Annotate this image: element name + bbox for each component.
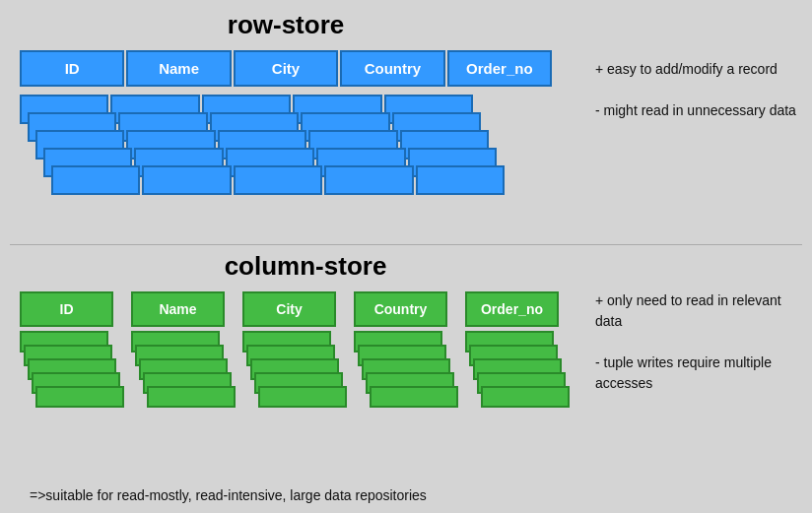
col-header-country: Country bbox=[354, 291, 447, 327]
col-store-pro: + only need to read in relevant data bbox=[595, 290, 802, 332]
col-stacked-country bbox=[354, 331, 447, 410]
row-header-city: City bbox=[234, 50, 338, 87]
col-group-orderno: Order_no bbox=[465, 291, 559, 410]
row-store-con: - might read in unnecessary data bbox=[595, 100, 802, 121]
col-stacked-city bbox=[242, 331, 336, 410]
col-group-city: City bbox=[242, 291, 336, 410]
section-divider bbox=[10, 244, 802, 245]
col-header-name: Name bbox=[131, 291, 225, 327]
col-group-id: ID bbox=[20, 291, 113, 410]
bottom-note: =>suitable for read-mostly, read-intensi… bbox=[30, 487, 427, 503]
row-store-header: ID Name City Country Order_no bbox=[20, 50, 552, 87]
column-store-columns: ID Name City bbox=[20, 291, 591, 410]
row-cell bbox=[416, 165, 505, 195]
col-stacked-orderno bbox=[465, 331, 559, 410]
row-store-notes: + easy to add/modify a record - might re… bbox=[595, 59, 802, 121]
column-store-section: column-store ID Name City bbox=[20, 251, 591, 419]
col-group-name: Name bbox=[131, 291, 225, 410]
row-cell bbox=[324, 165, 413, 195]
row-header-id: ID bbox=[20, 50, 124, 87]
list-item bbox=[481, 386, 570, 408]
col-store-con: - tuple writes require multiple accesses bbox=[595, 353, 802, 394]
column-store-title: column-store bbox=[20, 251, 591, 282]
row-store-title: row-store bbox=[20, 10, 552, 40]
list-item bbox=[35, 386, 124, 408]
col-header-city: City bbox=[242, 291, 336, 327]
col-stacked-name bbox=[131, 331, 225, 410]
row-store-section: row-store ID Name City Country Order_no bbox=[20, 10, 552, 203]
col-group-country: Country bbox=[354, 291, 447, 410]
table-row bbox=[51, 165, 505, 195]
row-cell bbox=[234, 165, 322, 195]
row-cell bbox=[51, 165, 140, 195]
list-item bbox=[370, 386, 458, 408]
list-item bbox=[147, 386, 236, 408]
row-store-pro: + easy to add/modify a record bbox=[595, 59, 802, 80]
col-header-orderno: Order_no bbox=[465, 291, 559, 327]
row-cell bbox=[142, 165, 231, 195]
list-item bbox=[258, 386, 347, 408]
row-header-name: Name bbox=[126, 50, 231, 87]
row-header-country: Country bbox=[340, 50, 444, 87]
col-stacked-id bbox=[20, 331, 113, 410]
column-store-notes: + only need to read in relevant data - t… bbox=[595, 290, 802, 394]
col-header-id: ID bbox=[20, 291, 113, 327]
row-header-orderno: Order_no bbox=[447, 50, 552, 87]
row-store-records bbox=[20, 95, 552, 203]
